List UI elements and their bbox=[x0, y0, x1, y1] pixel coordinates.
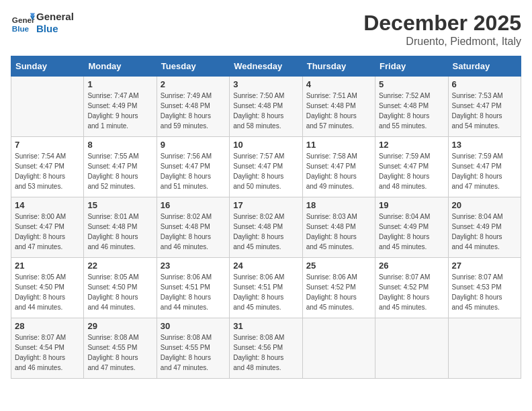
day-info: Sunrise: 8:05 AM Sunset: 4:50 PM Dayligh… bbox=[87, 272, 152, 312]
week-row-3: 14Sunrise: 8:00 AM Sunset: 4:47 PM Dayli… bbox=[11, 197, 521, 258]
day-cell bbox=[302, 318, 375, 379]
day-info: Sunrise: 8:04 AM Sunset: 4:49 PM Dayligh… bbox=[379, 212, 444, 252]
logo-blue: Blue bbox=[36, 23, 74, 35]
day-cell: 27Sunrise: 8:07 AM Sunset: 4:53 PM Dayli… bbox=[448, 258, 521, 318]
day-info: Sunrise: 8:01 AM Sunset: 4:48 PM Dayligh… bbox=[87, 212, 152, 252]
col-tuesday: Tuesday bbox=[157, 56, 229, 77]
day-number: 9 bbox=[161, 140, 226, 150]
day-info: Sunrise: 7:59 AM Sunset: 4:47 PM Dayligh… bbox=[379, 151, 444, 191]
day-number: 20 bbox=[452, 200, 517, 210]
day-cell: 13Sunrise: 7:59 AM Sunset: 4:47 PM Dayli… bbox=[448, 137, 521, 197]
location: Druento, Piedmont, Italy bbox=[363, 36, 521, 48]
week-row-4: 21Sunrise: 8:05 AM Sunset: 4:50 PM Dayli… bbox=[11, 258, 521, 318]
day-cell: 11Sunrise: 7:58 AM Sunset: 4:47 PM Dayli… bbox=[302, 137, 375, 197]
day-number: 28 bbox=[15, 321, 80, 331]
day-cell: 12Sunrise: 7:59 AM Sunset: 4:47 PM Dayli… bbox=[375, 137, 448, 197]
day-number: 24 bbox=[233, 261, 298, 271]
calendar-table: Sunday Monday Tuesday Wednesday Thursday… bbox=[11, 56, 521, 379]
day-cell: 8Sunrise: 7:55 AM Sunset: 4:47 PM Daylig… bbox=[84, 137, 157, 197]
day-info: Sunrise: 8:07 AM Sunset: 4:54 PM Dayligh… bbox=[15, 332, 80, 373]
day-number: 17 bbox=[233, 200, 298, 210]
day-cell: 14Sunrise: 8:00 AM Sunset: 4:47 PM Dayli… bbox=[11, 197, 84, 258]
day-info: Sunrise: 7:53 AM Sunset: 4:47 PM Dayligh… bbox=[452, 91, 517, 131]
day-info: Sunrise: 7:51 AM Sunset: 4:48 PM Dayligh… bbox=[306, 91, 371, 131]
col-thursday: Thursday bbox=[302, 56, 375, 77]
week-row-1: 1Sunrise: 7:47 AM Sunset: 4:49 PM Daylig… bbox=[11, 77, 521, 137]
day-cell: 31Sunrise: 8:08 AM Sunset: 4:56 PM Dayli… bbox=[230, 318, 302, 379]
day-info: Sunrise: 8:08 AM Sunset: 4:55 PM Dayligh… bbox=[87, 332, 152, 373]
calendar-body: 1Sunrise: 7:47 AM Sunset: 4:49 PM Daylig… bbox=[11, 77, 521, 379]
day-info: Sunrise: 8:03 AM Sunset: 4:48 PM Dayligh… bbox=[306, 212, 371, 252]
title-area: December 2025 Druento, Piedmont, Italy bbox=[363, 11, 521, 48]
day-info: Sunrise: 7:57 AM Sunset: 4:47 PM Dayligh… bbox=[233, 151, 298, 191]
week-row-2: 7Sunrise: 7:54 AM Sunset: 4:47 PM Daylig… bbox=[11, 137, 521, 197]
day-cell: 10Sunrise: 7:57 AM Sunset: 4:47 PM Dayli… bbox=[230, 137, 302, 197]
day-number: 27 bbox=[452, 261, 517, 271]
header-row: Sunday Monday Tuesday Wednesday Thursday… bbox=[11, 56, 521, 77]
day-info: Sunrise: 7:55 AM Sunset: 4:47 PM Dayligh… bbox=[87, 151, 152, 191]
day-info: Sunrise: 8:07 AM Sunset: 4:52 PM Dayligh… bbox=[379, 272, 444, 312]
day-info: Sunrise: 8:08 AM Sunset: 4:56 PM Dayligh… bbox=[233, 332, 298, 373]
day-number: 14 bbox=[15, 200, 80, 210]
day-number: 5 bbox=[379, 79, 444, 89]
day-cell bbox=[375, 318, 448, 379]
day-cell: 1Sunrise: 7:47 AM Sunset: 4:49 PM Daylig… bbox=[84, 77, 157, 137]
day-cell: 20Sunrise: 8:04 AM Sunset: 4:49 PM Dayli… bbox=[448, 197, 521, 258]
day-cell: 22Sunrise: 8:05 AM Sunset: 4:50 PM Dayli… bbox=[84, 258, 157, 318]
col-wednesday: Wednesday bbox=[230, 56, 302, 77]
day-cell: 6Sunrise: 7:53 AM Sunset: 4:47 PM Daylig… bbox=[448, 77, 521, 137]
day-info: Sunrise: 7:50 AM Sunset: 4:48 PM Dayligh… bbox=[233, 91, 298, 131]
day-number: 19 bbox=[379, 200, 444, 210]
day-cell: 7Sunrise: 7:54 AM Sunset: 4:47 PM Daylig… bbox=[11, 137, 84, 197]
logo-general: General bbox=[36, 11, 74, 23]
day-number: 8 bbox=[87, 140, 152, 150]
day-number: 7 bbox=[15, 140, 80, 150]
day-cell: 4Sunrise: 7:51 AM Sunset: 4:48 PM Daylig… bbox=[302, 77, 375, 137]
day-info: Sunrise: 8:08 AM Sunset: 4:55 PM Dayligh… bbox=[161, 332, 226, 373]
day-cell: 15Sunrise: 8:01 AM Sunset: 4:48 PM Dayli… bbox=[84, 197, 157, 258]
day-number: 30 bbox=[161, 321, 226, 331]
day-cell: 28Sunrise: 8:07 AM Sunset: 4:54 PM Dayli… bbox=[11, 318, 84, 379]
day-number: 13 bbox=[452, 140, 517, 150]
day-number: 2 bbox=[161, 79, 226, 89]
day-number: 10 bbox=[233, 140, 298, 150]
day-cell: 29Sunrise: 8:08 AM Sunset: 4:55 PM Dayli… bbox=[84, 318, 157, 379]
day-info: Sunrise: 8:06 AM Sunset: 4:51 PM Dayligh… bbox=[233, 272, 298, 312]
day-info: Sunrise: 7:54 AM Sunset: 4:47 PM Dayligh… bbox=[15, 151, 80, 191]
day-number: 26 bbox=[379, 261, 444, 271]
day-info: Sunrise: 8:07 AM Sunset: 4:53 PM Dayligh… bbox=[452, 272, 517, 312]
day-cell: 19Sunrise: 8:04 AM Sunset: 4:49 PM Dayli… bbox=[375, 197, 448, 258]
logo-icon: General Blue bbox=[11, 11, 35, 35]
day-info: Sunrise: 7:49 AM Sunset: 4:48 PM Dayligh… bbox=[161, 91, 226, 131]
day-info: Sunrise: 7:58 AM Sunset: 4:47 PM Dayligh… bbox=[306, 151, 371, 191]
day-cell: 9Sunrise: 7:56 AM Sunset: 4:47 PM Daylig… bbox=[157, 137, 229, 197]
day-number: 29 bbox=[87, 321, 152, 331]
day-cell: 30Sunrise: 8:08 AM Sunset: 4:55 PM Dayli… bbox=[157, 318, 229, 379]
day-number: 23 bbox=[161, 261, 226, 271]
day-cell: 21Sunrise: 8:05 AM Sunset: 4:50 PM Dayli… bbox=[11, 258, 84, 318]
day-cell: 3Sunrise: 7:50 AM Sunset: 4:48 PM Daylig… bbox=[230, 77, 302, 137]
day-cell: 24Sunrise: 8:06 AM Sunset: 4:51 PM Dayli… bbox=[230, 258, 302, 318]
day-cell bbox=[448, 318, 521, 379]
day-cell: 5Sunrise: 7:52 AM Sunset: 4:48 PM Daylig… bbox=[375, 77, 448, 137]
col-sunday: Sunday bbox=[11, 56, 84, 77]
day-number: 4 bbox=[306, 79, 371, 89]
day-number: 1 bbox=[87, 79, 152, 89]
day-info: Sunrise: 7:59 AM Sunset: 4:47 PM Dayligh… bbox=[452, 151, 517, 191]
col-saturday: Saturday bbox=[448, 56, 521, 77]
calendar-header: Sunday Monday Tuesday Wednesday Thursday… bbox=[11, 56, 521, 77]
day-cell: 16Sunrise: 8:02 AM Sunset: 4:48 PM Dayli… bbox=[157, 197, 229, 258]
day-number: 11 bbox=[306, 140, 371, 150]
day-number: 16 bbox=[161, 200, 226, 210]
day-info: Sunrise: 8:00 AM Sunset: 4:47 PM Dayligh… bbox=[15, 212, 80, 252]
day-cell: 23Sunrise: 8:06 AM Sunset: 4:51 PM Dayli… bbox=[157, 258, 229, 318]
day-number: 21 bbox=[15, 261, 80, 271]
day-cell: 25Sunrise: 8:06 AM Sunset: 4:52 PM Dayli… bbox=[302, 258, 375, 318]
logo: General Blue General Blue bbox=[11, 11, 74, 35]
week-row-5: 28Sunrise: 8:07 AM Sunset: 4:54 PM Dayli… bbox=[11, 318, 521, 379]
day-info: Sunrise: 8:06 AM Sunset: 4:51 PM Dayligh… bbox=[161, 272, 226, 312]
day-info: Sunrise: 8:04 AM Sunset: 4:49 PM Dayligh… bbox=[452, 212, 517, 252]
day-info: Sunrise: 7:52 AM Sunset: 4:48 PM Dayligh… bbox=[379, 91, 444, 131]
col-friday: Friday bbox=[375, 56, 448, 77]
day-cell: 18Sunrise: 8:03 AM Sunset: 4:48 PM Dayli… bbox=[302, 197, 375, 258]
